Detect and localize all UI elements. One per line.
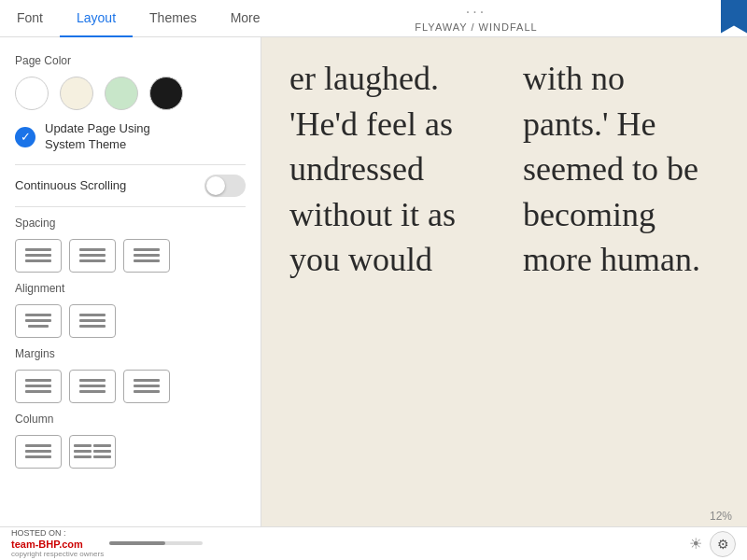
ebook-content: er laughed. 'He'd feel as undressed with… (261, 37, 747, 526)
margins-btn-wide[interactable] (123, 370, 170, 403)
spacing-btn-medium[interactable] (69, 239, 116, 273)
ebook-footer: 12% (261, 506, 747, 526)
bookmark-icon[interactable] (721, 0, 747, 37)
progress-percent: 12% (710, 510, 732, 523)
book-paragraph: er laughed. 'He'd feel as undressed with… (289, 56, 710, 283)
layout-panel: Page Color ✓ Update Page UsingSystem The… (0, 37, 261, 526)
column-label: Column (15, 413, 246, 426)
margins-buttons (15, 370, 246, 403)
continuous-scrolling-label: Continuous Scrolling (15, 178, 126, 192)
hosted-label: HOSTED ON : (11, 529, 104, 539)
page-color-label: Page Color (15, 54, 246, 67)
column-btn-single[interactable] (15, 435, 62, 469)
color-swatch-beige[interactable] (60, 77, 93, 110)
system-theme-checkbox[interactable]: ✓ (15, 127, 35, 147)
continuous-scrolling-row: Continuous Scrolling (15, 175, 246, 197)
bottom-left: HOSTED ON : team-BHP.com copyright respe… (11, 529, 203, 558)
book-title: FLYAWAY / WINDFALL (415, 21, 537, 33)
column-buttons (15, 435, 246, 469)
bottom-bar: HOSTED ON : team-BHP.com copyright respe… (0, 526, 747, 560)
continuous-scrolling-toggle[interactable] (204, 175, 246, 197)
system-theme-label: Update Page UsingSystem Theme (45, 121, 150, 153)
book-title-area: ··· FLYAWAY / WINDFALL (261, 5, 691, 33)
nav-tabs: Font Layout Themes More (0, 0, 261, 37)
alignment-btn-left[interactable] (15, 304, 62, 338)
alignment-btn-justify[interactable] (69, 304, 116, 338)
brightness-icon[interactable]: ☀ (689, 535, 702, 553)
brightness-control (109, 541, 203, 545)
margins-label: Margins (15, 347, 246, 360)
brand-logo: team-BHP.com (11, 539, 104, 550)
color-swatch-white[interactable] (15, 77, 49, 110)
spacing-btn-tight[interactable] (15, 239, 62, 273)
spacing-buttons (15, 239, 246, 273)
divider-2 (15, 206, 246, 207)
tab-layout[interactable]: Layout (60, 0, 133, 37)
hosted-info: HOSTED ON : team-BHP.com copyright respe… (11, 529, 104, 558)
color-swatches (15, 77, 246, 110)
column-btn-double[interactable] (69, 435, 116, 469)
ebook-text-area: er laughed. 'He'd feel as undressed with… (261, 37, 747, 506)
margins-btn-medium[interactable] (69, 370, 116, 403)
system-theme-row[interactable]: ✓ Update Page UsingSystem Theme (15, 121, 246, 153)
tab-themes[interactable]: Themes (133, 0, 214, 37)
alignment-buttons (15, 304, 246, 338)
alignment-label: Alignment (15, 282, 246, 295)
more-dots: ··· (466, 5, 486, 20)
spacing-label: Spacing (15, 217, 246, 230)
color-swatch-mint[interactable] (105, 77, 138, 110)
brightness-slider-track[interactable] (109, 541, 203, 545)
tab-font[interactable]: Font (0, 0, 60, 37)
color-swatch-black[interactable] (149, 77, 183, 110)
nav-right (691, 0, 747, 37)
top-navigation: Font Layout Themes More ··· FLYAWAY / WI… (0, 0, 747, 37)
spacing-btn-wide[interactable] (123, 239, 170, 273)
divider-1 (15, 164, 246, 165)
copyright-text: copyright respective owners (11, 550, 104, 558)
main-area: Page Color ✓ Update Page UsingSystem The… (0, 37, 747, 526)
brightness-slider-fill (109, 541, 165, 545)
settings-button[interactable]: ⚙ (710, 531, 736, 557)
margins-btn-narrow[interactable] (15, 370, 62, 403)
